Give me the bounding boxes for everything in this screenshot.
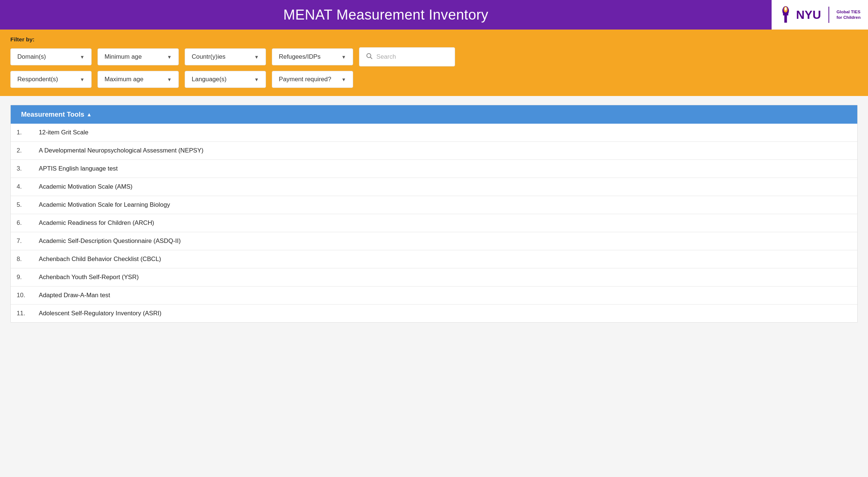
nyu-subtitle-line1: Global TIES <box>837 9 861 15</box>
filter-row-2: Respondent(s) ▼ Maximum age ▼ Language(s… <box>10 71 858 88</box>
row-tool-name: Adapted Draw-A-Man test <box>39 292 851 299</box>
refugees-chevron-icon: ▼ <box>341 54 346 60</box>
table-header: Measurement Tools ▲ <box>11 105 857 124</box>
nyu-name-text: NYU <box>796 9 821 21</box>
countries-dropdown[interactable]: Countr(y)ies ▼ <box>185 48 266 65</box>
max-age-dropdown[interactable]: Maximum age ▼ <box>98 71 179 88</box>
nyu-subtitle-line2: for Children <box>837 15 861 20</box>
row-tool-name: Academic Self-Description Questionnaire … <box>39 237 851 245</box>
measurement-tools-table: Measurement Tools ▲ 1.12-item Grit Scale… <box>10 105 858 323</box>
table-sort-indicator[interactable]: ▲ <box>86 111 92 117</box>
payment-dropdown[interactable]: Payment required? ▼ <box>272 71 353 88</box>
search-box[interactable]: Search <box>359 47 455 66</box>
row-number: 5. <box>17 201 39 209</box>
row-number: 4. <box>17 183 39 191</box>
nyu-subtitle-block: Global TIES for Children <box>837 9 861 20</box>
row-tool-name: Academic Motivation Scale for Learning B… <box>39 201 851 209</box>
respondents-label: Respondent(s) <box>17 76 58 83</box>
nyu-name-block: NYU <box>796 9 821 21</box>
table-row[interactable]: 7.Academic Self-Description Questionnair… <box>11 232 857 250</box>
table-row[interactable]: 10.Adapted Draw-A-Man test <box>11 286 857 305</box>
filter-bar: Filter by: Domain(s) ▼ Minimum age ▼ Cou… <box>0 30 868 96</box>
svg-rect-0 <box>785 15 787 23</box>
nyu-torch-icon <box>779 6 792 24</box>
table-row[interactable]: 5.Academic Motivation Scale for Learning… <box>11 196 857 214</box>
table-row[interactable]: 1.12-item Grit Scale <box>11 124 857 142</box>
row-number: 7. <box>17 237 39 245</box>
row-tool-name: Academic Readiness for Children (ARCH) <box>39 219 851 227</box>
row-number: 9. <box>17 274 39 281</box>
search-icon <box>366 53 373 61</box>
table-body: 1.12-item Grit Scale2.A Developmental Ne… <box>11 124 857 322</box>
table-row[interactable]: 11.Adolescent Self-Regulatory Inventory … <box>11 305 857 322</box>
row-tool-name: Achenbach Child Behavior Checklist (CBCL… <box>39 255 851 263</box>
countries-chevron-icon: ▼ <box>254 54 259 60</box>
table-row[interactable]: 9.Achenbach Youth Self-Report (YSR) <box>11 268 857 286</box>
max-age-chevron-icon: ▼ <box>167 77 172 82</box>
nyu-logo: NYU Global TIES for Children <box>772 0 868 30</box>
table-header-label: Measurement Tools <box>21 110 84 119</box>
nyu-vertical-divider <box>828 7 829 23</box>
countries-label: Countr(y)ies <box>192 53 225 61</box>
domains-dropdown[interactable]: Domain(s) ▼ <box>10 48 92 65</box>
payment-chevron-icon: ▼ <box>341 77 346 82</box>
table-row[interactable]: 6.Academic Readiness for Children (ARCH) <box>11 214 857 232</box>
table-row[interactable]: 4.Academic Motivation Scale (AMS) <box>11 178 857 196</box>
row-number: 3. <box>17 165 39 172</box>
filter-label: Filter by: <box>10 36 858 43</box>
row-number: 2. <box>17 147 39 154</box>
page-title: MENAT Measurement Inventory <box>283 7 488 23</box>
row-number: 10. <box>17 292 39 299</box>
row-tool-name: A Developmental Neuropsychological Asses… <box>39 147 851 154</box>
min-age-dropdown[interactable]: Minimum age ▼ <box>98 48 179 65</box>
filter-row-1: Domain(s) ▼ Minimum age ▼ Countr(y)ies ▼… <box>10 47 858 66</box>
svg-line-6 <box>370 57 372 59</box>
languages-dropdown[interactable]: Language(s) ▼ <box>185 71 266 88</box>
languages-chevron-icon: ▼ <box>254 77 259 82</box>
row-number: 11. <box>17 310 39 317</box>
row-tool-name: APTIS English language test <box>39 165 851 172</box>
min-age-chevron-icon: ▼ <box>167 54 172 60</box>
filter-rows: Domain(s) ▼ Minimum age ▼ Countr(y)ies ▼… <box>10 47 858 88</box>
row-tool-name: Achenbach Youth Self-Report (YSR) <box>39 274 851 281</box>
page-header: MENAT Measurement Inventory NYU Global T… <box>0 0 868 30</box>
respondents-dropdown[interactable]: Respondent(s) ▼ <box>10 71 92 88</box>
svg-point-4 <box>785 7 786 10</box>
domains-chevron-icon: ▼ <box>80 54 85 60</box>
row-number: 6. <box>17 219 39 227</box>
row-tool-name: Academic Motivation Scale (AMS) <box>39 183 851 191</box>
max-age-label: Maximum age <box>105 76 143 83</box>
respondents-chevron-icon: ▼ <box>80 77 85 82</box>
row-tool-name: 12-item Grit Scale <box>39 129 851 136</box>
refugees-dropdown[interactable]: Refugees/IDPs ▼ <box>272 48 353 65</box>
search-placeholder: Search <box>376 53 396 61</box>
row-tool-name: Adolescent Self-Regulatory Inventory (AS… <box>39 310 851 317</box>
languages-label: Language(s) <box>192 76 226 83</box>
table-row[interactable]: 3.APTIS English language test <box>11 160 857 178</box>
row-number: 8. <box>17 255 39 263</box>
table-row[interactable]: 2.A Developmental Neuropsychological Ass… <box>11 142 857 160</box>
payment-label: Payment required? <box>279 76 331 83</box>
min-age-label: Minimum age <box>105 53 142 61</box>
domains-label: Domain(s) <box>17 53 46 61</box>
header-title-wrap: MENAT Measurement Inventory <box>0 0 772 30</box>
refugees-label: Refugees/IDPs <box>279 53 321 61</box>
row-number: 1. <box>17 129 39 136</box>
table-row[interactable]: 8.Achenbach Child Behavior Checklist (CB… <box>11 250 857 268</box>
